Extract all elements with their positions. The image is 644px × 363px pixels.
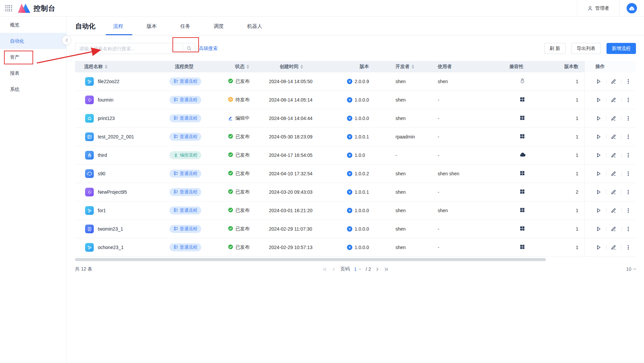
pencil-icon	[611, 226, 617, 232]
version-icon: V	[347, 226, 352, 232]
run-button[interactable]	[595, 152, 606, 158]
active-tab-underline	[106, 34, 132, 35]
run-button[interactable]	[595, 171, 606, 177]
more-button[interactable]	[626, 134, 636, 140]
table-row[interactable]: third 编排流程 已发布 2024-04-17 16:54:05 V 1.0…	[75, 146, 636, 165]
more-button[interactable]	[626, 78, 636, 84]
run-button[interactable]	[595, 226, 606, 232]
sidebar-item-overview[interactable]: 概览	[0, 17, 66, 33]
user-menu[interactable]: 管理者	[577, 0, 620, 16]
process-name[interactable]: fourmin	[98, 97, 114, 103]
process-name[interactable]: for1	[98, 208, 106, 213]
process-name[interactable]: ochone23_1	[98, 245, 124, 250]
process-name[interactable]: third	[98, 153, 107, 158]
total-pages: / 2	[366, 266, 371, 272]
run-button[interactable]	[595, 115, 606, 121]
process-name[interactable]: test_2020_2_001	[98, 134, 134, 139]
pencil-icon	[611, 115, 617, 121]
next-page-button[interactable]	[375, 267, 380, 271]
tab-schedule[interactable]: 调度	[214, 17, 224, 36]
more-button[interactable]	[626, 97, 636, 103]
process-name[interactable]: twomin23_1	[98, 226, 123, 232]
advanced-search-link[interactable]: 高级搜索	[199, 43, 218, 54]
sort-developer[interactable]	[412, 65, 414, 69]
tab-version[interactable]: 版本	[147, 17, 157, 36]
search-input[interactable]	[75, 43, 183, 54]
process-type-label: 普通流程	[180, 115, 197, 121]
process-name[interactable]: file22oo22	[98, 79, 120, 84]
current-page-select[interactable]: 1	[354, 266, 361, 272]
prev-page-button[interactable]	[332, 267, 336, 271]
col-version: 版本	[360, 64, 369, 70]
create-process-button[interactable]: 新增流程	[606, 43, 636, 54]
process-type-badge: 普通流程	[169, 77, 201, 85]
search-button[interactable]	[183, 43, 195, 54]
process-type-label: 普通流程	[180, 207, 197, 214]
table-row[interactable]: print123 普通流程 编辑中 2024-08-14 14:04:44 V …	[75, 109, 636, 128]
last-page-button[interactable]	[384, 267, 388, 271]
table-row[interactable]: fourmin 普通流程 待发布 2024-08-14 14:05:14 V 1…	[75, 91, 636, 109]
table-row[interactable]: NewProject95 普通流程 已发布 2024-03-20 09:43:0…	[75, 183, 636, 201]
sidebar-item-reports[interactable]: 报表	[0, 65, 66, 81]
edit-button[interactable]	[611, 78, 621, 84]
run-button[interactable]	[595, 189, 606, 195]
process-name[interactable]: s90	[98, 171, 105, 176]
edit-button[interactable]	[611, 226, 621, 232]
col-status: 状态	[235, 64, 244, 70]
tab-robot[interactable]: 机器人	[247, 17, 262, 36]
table-footer: 共 12 条 页码 1 / 2 10	[75, 264, 636, 274]
status-icon	[228, 97, 233, 103]
edit-button[interactable]	[611, 244, 621, 250]
version-icon: V	[347, 79, 352, 84]
sort-process-name[interactable]	[105, 65, 108, 69]
table-header: 流程名称 流程类型 状态 创建时间 版本 开发者 使用者 兼容性 版本数 操作	[75, 61, 636, 72]
process-name[interactable]: print123	[98, 116, 115, 121]
more-button[interactable]	[626, 226, 636, 232]
process-name[interactable]: NewProject95	[98, 189, 127, 195]
refresh-button[interactable]: 刷 新	[544, 43, 566, 54]
sidebar-item-assets[interactable]: 资产	[0, 49, 66, 65]
tab-process[interactable]: 流程	[113, 17, 123, 36]
prev-page-icon	[332, 267, 336, 271]
run-button[interactable]	[595, 97, 606, 103]
edit-button[interactable]	[611, 97, 621, 103]
edit-button[interactable]	[611, 152, 621, 158]
scrollbar-thumb[interactable]	[75, 258, 546, 261]
edit-button[interactable]	[611, 115, 621, 121]
sort-created[interactable]	[300, 65, 303, 69]
edit-button[interactable]	[611, 171, 621, 177]
sort-status[interactable]	[246, 65, 249, 69]
sidebar-collapse-button[interactable]	[62, 36, 71, 45]
col-process-type: 流程类型	[175, 64, 194, 70]
table-row[interactable]: file22oo22 普通流程 已发布 2024-08-14 14:05:50 …	[75, 72, 636, 91]
more-button[interactable]	[626, 244, 636, 250]
sidebar-item-automation[interactable]: 自动化	[0, 33, 66, 49]
table-row[interactable]: ochone23_1 普通流程 已发布 2024-02-29 10:57:13 …	[75, 238, 636, 257]
run-button[interactable]	[595, 134, 606, 140]
edit-button[interactable]	[611, 134, 621, 140]
apps-grid-icon[interactable]	[5, 5, 12, 12]
sidebar-item-system[interactable]: 系统	[0, 81, 66, 97]
table-row[interactable]: s90 普通流程 已发布 2024-04-10 17:32:54 V 1.0.0…	[75, 165, 636, 183]
avatar[interactable]	[627, 3, 637, 13]
more-button[interactable]	[626, 171, 636, 177]
tab-task[interactable]: 任务	[180, 17, 190, 36]
export-button[interactable]: 导出列表	[571, 43, 601, 54]
process-type-label: 普通流程	[180, 189, 197, 195]
table-row[interactable]: twomin23_1 普通流程 已发布 2024-02-29 11:07:30 …	[75, 220, 636, 238]
more-button[interactable]	[626, 115, 636, 121]
more-button[interactable]	[626, 152, 636, 158]
more-button[interactable]	[626, 207, 636, 214]
first-page-button[interactable]	[323, 267, 327, 271]
status-text: 已发布	[235, 152, 249, 158]
page-size-select[interactable]: 10	[626, 266, 636, 272]
edit-button[interactable]	[611, 189, 621, 195]
run-button[interactable]	[595, 207, 606, 214]
edit-button[interactable]	[611, 207, 621, 214]
table-row[interactable]: for1 普通流程 已发布 2024-03-01 16:21:20 V 1.0.…	[75, 201, 636, 220]
run-button[interactable]	[595, 244, 606, 250]
table-row[interactable]: test_2020_2_001 普通流程 已发布 2024-05-30 18:2…	[75, 128, 636, 146]
run-button[interactable]	[595, 78, 606, 84]
user: -	[434, 97, 506, 103]
more-button[interactable]	[626, 189, 636, 195]
